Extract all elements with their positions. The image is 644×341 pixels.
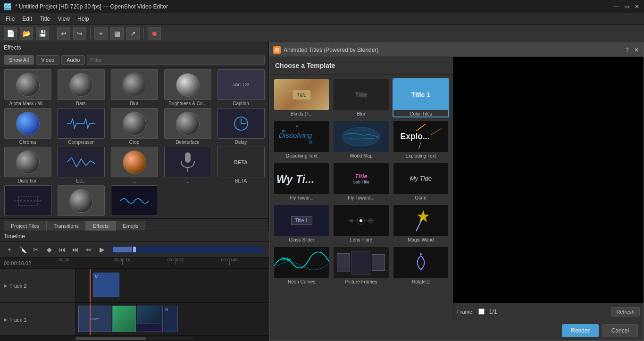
track-1-clip-4[interactable]: N: [164, 306, 178, 332]
menu-edit[interactable]: Edit: [18, 15, 36, 23]
effect-distortion[interactable]: Distortion: [2, 147, 53, 183]
timeline-cut-button[interactable]: ✂: [30, 244, 42, 255]
template-glass-slider-thumb: Title 1: [274, 205, 329, 236]
effect-bars[interactable]: Bars: [55, 69, 107, 106]
track-1-clip-2[interactable]: [112, 306, 136, 332]
effect-crop[interactable]: Crop: [109, 108, 160, 145]
track-1-clip-3[interactable]: [137, 306, 163, 332]
effect-dotted[interactable]: ...: [2, 185, 53, 218]
frame-controls: Frame: 1/1 Refresh: [453, 303, 644, 320]
tab-show-all[interactable]: Show All: [4, 55, 34, 65]
track-2-clip[interactable]: M: [93, 273, 119, 297]
template-glass-slider[interactable]: Title 1 Glass Slider: [273, 204, 330, 243]
tab-transitions[interactable]: Transitions: [47, 221, 86, 231]
menu-title[interactable]: Title: [36, 15, 54, 23]
effect-beta[interactable]: BETA BETA: [215, 147, 267, 183]
effects-filter-input[interactable]: [87, 55, 265, 65]
effect-delay[interactable]: Delay: [215, 108, 267, 145]
template-grid: Title Blinds (T... Title Blur: [269, 75, 453, 320]
effect-caption[interactable]: ABC 123 Caption: [215, 69, 267, 106]
template-fly-toward-2[interactable]: Title Sub Title Fly Toward...: [333, 162, 389, 201]
track-1-content: 2022 N: [75, 303, 269, 335]
timeline-razorblade-button[interactable]: 🔪: [17, 244, 28, 255]
effect-mic-label: ...: [185, 178, 189, 183]
timeline-next-marker[interactable]: ⏭: [70, 244, 81, 255]
effects-overlay-button[interactable]: ▦: [110, 27, 124, 40]
template-rotate-2-thumb: [393, 247, 448, 278]
template-fly-toward-1[interactable]: Wy Ti... Fly Towar...: [273, 162, 330, 201]
record-button[interactable]: ⏺: [148, 27, 161, 40]
menu-view[interactable]: View: [54, 15, 74, 23]
new-button[interactable]: 📄: [4, 27, 17, 40]
frame-checkbox[interactable]: [478, 308, 485, 315]
timeline-scrollbar[interactable]: [0, 335, 269, 341]
template-lens-flare[interactable]: Lens Flare: [333, 204, 389, 243]
timeline-center-button[interactable]: ⇔: [83, 244, 94, 255]
dialog-help-button[interactable]: ?: [624, 47, 630, 53]
template-exploding[interactable]: Explo... Exploding Text: [393, 120, 449, 159]
effect-chroma[interactable]: Chroma: [2, 108, 53, 145]
export-button[interactable]: ↗: [126, 27, 140, 40]
template-glare[interactable]: My Tide Glare: [393, 162, 449, 201]
template-rotate-2[interactable]: Rotate 2: [393, 246, 449, 285]
timeline-prev-marker[interactable]: ⏮: [57, 244, 68, 255]
refresh-button[interactable]: Refresh: [611, 307, 640, 316]
effect-wave2[interactable]: ...: [109, 185, 160, 218]
effect-blur[interactable]: Blur: [109, 69, 160, 106]
effect-ec[interactable]: Ec...: [55, 147, 107, 183]
effect-brightness[interactable]: Brightness & Co...: [162, 69, 213, 106]
import-button[interactable]: +: [94, 27, 108, 40]
template-glare-label: Glare: [393, 195, 448, 200]
maximize-button[interactable]: ▭: [623, 3, 630, 10]
main-content: Effects Show All Video Audio Alpha Mask …: [0, 42, 644, 341]
template-chooser: Choose a Template Title Blinds (T... Tit…: [269, 57, 453, 320]
effect-mic[interactable]: ...: [162, 147, 213, 183]
template-lens-flare-label: Lens Flare: [334, 237, 388, 242]
timeline-snap-button[interactable]: ▶: [96, 244, 108, 255]
undo-button[interactable]: ↩: [57, 27, 70, 40]
svg-text:Wy Ti...: Wy Ti...: [276, 173, 315, 185]
template-color-tiles[interactable]: Title 1 Color Tiles: [393, 78, 449, 117]
timeline-marker-button[interactable]: ◆: [43, 244, 55, 255]
redo-button[interactable]: ↪: [73, 27, 86, 40]
menu-help[interactable]: Help: [74, 15, 93, 23]
template-color-tiles-label: Color Tiles: [393, 111, 448, 116]
track-1-playhead: [90, 303, 91, 335]
template-dissolving[interactable]: Dissolving Dissolving Text: [273, 120, 330, 159]
effects-label: Effects: [4, 44, 21, 51]
save-button[interactable]: 💾: [36, 27, 49, 40]
tab-audio[interactable]: Audio: [61, 55, 85, 65]
window-controls[interactable]: — ▭ ✕: [613, 3, 640, 10]
tab-effects[interactable]: Effects: [86, 221, 116, 231]
template-blinds[interactable]: Title Blinds (T...: [273, 78, 330, 117]
template-neon-curves[interactable]: Title Neon Curves: [273, 246, 330, 285]
effect-beta-label: BETA: [235, 178, 247, 183]
template-world-map[interactable]: World Map: [333, 120, 389, 159]
timeline-add-track-button[interactable]: +: [4, 244, 15, 255]
effect-crop-thumb: [111, 108, 158, 139]
template-magic-wand[interactable]: Magic Wand: [393, 204, 449, 243]
dialog-controls[interactable]: ? ✕: [624, 47, 640, 53]
effect-deinterlace[interactable]: Deinterlace: [162, 108, 213, 145]
menu-file[interactable]: File: [2, 15, 18, 23]
tab-project-files[interactable]: Project Files: [4, 221, 47, 231]
tab-video[interactable]: Video: [36, 55, 59, 65]
cancel-button[interactable]: Cancel: [602, 324, 638, 337]
minimize-button[interactable]: —: [613, 3, 619, 10]
template-picture-frames[interactable]: Picture Frames: [333, 246, 389, 285]
effect-alpha-mask[interactable]: Alpha Mask / W...: [2, 69, 53, 106]
dialog-title-text: Animated Titles (Powered by Blender): [284, 47, 378, 53]
dialog-close-button[interactable]: ✕: [633, 47, 640, 53]
tab-emojis[interactable]: Emojis: [116, 221, 145, 231]
track-2-playhead: [90, 269, 91, 302]
effect-e3[interactable]: ...: [109, 147, 160, 183]
close-button[interactable]: ✕: [634, 3, 640, 10]
effect-compressor-thumb: [58, 108, 105, 139]
template-blur[interactable]: Title Blur: [333, 78, 389, 117]
render-button[interactable]: Render: [562, 324, 598, 337]
track-1-clip-1[interactable]: 2022: [78, 306, 111, 332]
open-button[interactable]: 📂: [20, 27, 33, 40]
effect-ball2[interactable]: ...: [55, 185, 107, 218]
effect-delay-thumb: [217, 108, 265, 139]
effect-compressor[interactable]: Compressor: [55, 108, 107, 145]
